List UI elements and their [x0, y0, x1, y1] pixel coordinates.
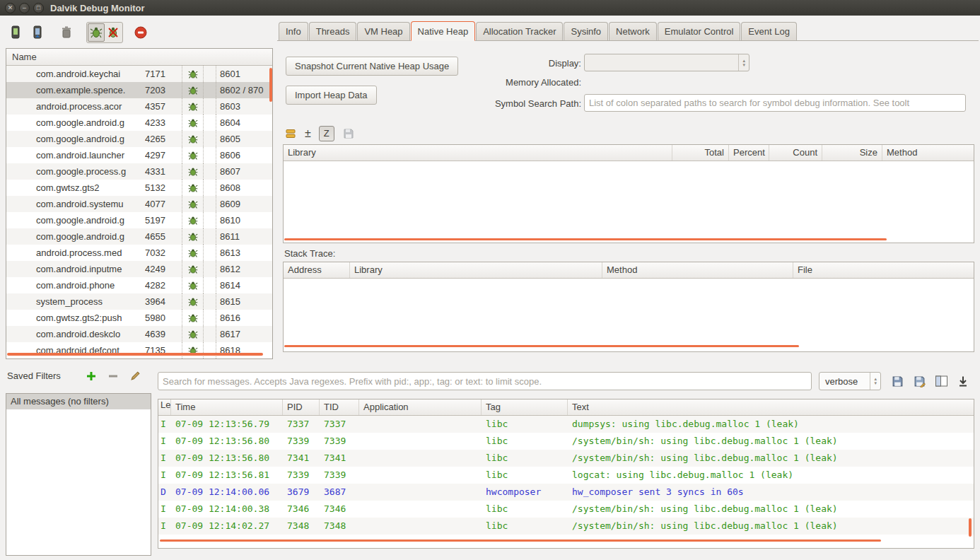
log-row[interactable]: I 07-09 12:13:56.81 7339 7339 libc logca…: [158, 467, 974, 484]
process-row[interactable]: com.example.spence. 7203 8602 / 870: [6, 82, 272, 98]
process-row[interactable]: com.android.systemu 4077 8609: [6, 196, 272, 212]
log-search-input[interactable]: [158, 372, 812, 390]
tab-label: Allocation Tracker: [483, 26, 556, 37]
export-log-icon[interactable]: [911, 374, 927, 388]
edit-filter-icon[interactable]: [130, 371, 141, 381]
minimize-button[interactable]: –: [19, 3, 30, 13]
trash-icon[interactable]: [58, 23, 75, 42]
dump-hprof-icon[interactable]: [29, 23, 46, 42]
log-text-cell: /system/bin/sh: using libc.debug.malloc …: [568, 433, 974, 450]
log-table-header[interactable]: Le Time PID TID Application Tag Text: [158, 399, 974, 416]
spacer-cell: [203, 310, 216, 326]
tab[interactable]: Native Heap: [411, 21, 476, 41]
debug-process-icon[interactable]: [7, 23, 24, 42]
saved-filters-list: All messages (no filters): [6, 393, 151, 556]
app-window: ✕ – □ Dalvik Debug Monitor: [0, 0, 980, 560]
process-pid-cell: 7203: [145, 82, 182, 98]
maximize-button[interactable]: □: [33, 3, 44, 13]
tab[interactable]: Sysinfo: [564, 22, 608, 40]
log-level-dropdown[interactable]: verbose ▴▾: [819, 372, 881, 390]
display-dropdown[interactable]: ▴▾: [584, 54, 749, 71]
device-horizontal-scrollbar[interactable]: [7, 353, 263, 356]
log-row[interactable]: I 07-09 12:14:02.27 7348 7348 libc /syst…: [158, 518, 974, 535]
process-row[interactable]: com.android.launcher 4297 8606: [6, 147, 272, 163]
process-row[interactable]: com.google.android.g 4265 8605: [6, 131, 272, 147]
process-row[interactable]: com.android.keychai 7171 8601: [6, 66, 272, 82]
titlebar: ✕ – □ Dalvik Debug Monitor: [0, 0, 980, 16]
spacer-cell: [203, 163, 216, 180]
tab[interactable]: VM Heap: [357, 22, 409, 40]
process-row[interactable]: com.android.phone 4282 8614: [6, 277, 272, 293]
library-table-header[interactable]: Library Total Percent Count Size Method: [284, 145, 974, 161]
log-row[interactable]: I 07-09 12:13:56.80 7341 7341 libc /syst…: [158, 450, 974, 467]
log-row[interactable]: I 07-09 12:13:56.80 7339 7339 libc /syst…: [158, 433, 974, 450]
zygote-toggle-button[interactable]: Z: [319, 126, 334, 141]
column-header-percent: Percent: [729, 145, 769, 161]
log-row[interactable]: I 07-09 12:13:56.79 7337 7337 libc dumps…: [158, 416, 974, 433]
process-row[interactable]: com.google.process.g 4331 8607: [6, 163, 272, 180]
process-pid-cell: 4265: [145, 131, 182, 147]
update-heap-icon[interactable]: [88, 23, 105, 42]
log-pid-cell: 7337: [283, 416, 320, 433]
logcat-panel: Saved Filters All messages (no filters) …: [0, 362, 980, 560]
filter-item-all-messages[interactable]: All messages (no filters): [6, 394, 151, 409]
process-name-cell: com.android.defcont: [6, 342, 145, 358]
library-group-icon[interactable]: [284, 124, 297, 143]
log-level-cell: D: [158, 484, 171, 501]
tab[interactable]: Info: [279, 22, 308, 40]
process-name-cell: com.android.launcher: [6, 147, 145, 163]
tab[interactable]: Event Log: [741, 22, 797, 40]
tab-label: Threads: [316, 26, 350, 37]
symbol-search-input[interactable]: [584, 94, 966, 112]
process-row[interactable]: com.google.android.g 4233 8604: [6, 115, 272, 131]
save-log-icon[interactable]: [889, 374, 905, 388]
process-row[interactable]: android.process.acor 4357 8603: [6, 98, 272, 115]
log-application-cell: [359, 433, 482, 450]
process-row[interactable]: com.android.deskclo 4639 8617: [6, 326, 272, 342]
close-button[interactable]: ✕: [5, 3, 16, 13]
log-text-cell: /system/bin/sh: using libc.debug.malloc …: [568, 450, 974, 467]
process-row[interactable]: com.google.android.g 4655 8611: [6, 228, 272, 245]
log-vertical-scrollbar[interactable]: [969, 518, 972, 537]
process-port-cell: 8610: [216, 212, 272, 228]
toggle-filters-pane-icon[interactable]: [933, 374, 949, 388]
add-filter-icon[interactable]: [86, 371, 96, 381]
tab[interactable]: Threads: [309, 22, 357, 40]
debug-status-icon: [182, 131, 203, 147]
log-tag-cell: libc: [482, 450, 568, 467]
library-horizontal-scrollbar[interactable]: [284, 238, 887, 240]
process-row[interactable]: com.gwtsz.gts2:push 5980 8616: [6, 310, 272, 326]
log-pid-cell: 7339: [283, 433, 320, 450]
process-table-header[interactable]: Name: [6, 49, 272, 66]
stop-process-icon[interactable]: [132, 23, 149, 42]
column-header-text: Text: [568, 399, 974, 415]
debug-status-icon: [182, 293, 203, 310]
process-name-cell: com.google.android.g: [6, 131, 145, 147]
tab[interactable]: Network: [609, 22, 657, 40]
heap-diff-icon[interactable]: ±: [305, 127, 311, 140]
device-vertical-scrollbar[interactable]: [269, 68, 272, 102]
import-heap-button[interactable]: Import Heap Data: [286, 86, 377, 105]
scroll-lock-icon[interactable]: [955, 374, 971, 388]
log-level-cell: I: [158, 450, 171, 467]
process-row[interactable]: com.gwtsz.gts2 5132 8608: [6, 180, 272, 196]
process-row[interactable]: com.google.android.g 5197 8610: [6, 212, 272, 228]
stack-table-header[interactable]: Address Library Method File: [284, 262, 974, 279]
tab[interactable]: Allocation Tracker: [476, 22, 563, 40]
process-pid-cell: 7032: [145, 245, 182, 261]
stack-horizontal-scrollbar[interactable]: [284, 345, 799, 347]
remove-filter-icon[interactable]: [108, 371, 118, 381]
log-horizontal-scrollbar[interactable]: [160, 539, 881, 542]
log-tid-cell: 7341: [320, 450, 359, 467]
process-row[interactable]: com.android.inputme 4249 8612: [6, 261, 272, 277]
log-row[interactable]: D 07-09 12:14:00.06 3679 3687 hwcomposer…: [158, 484, 974, 501]
log-level-value: verbose: [825, 376, 858, 387]
process-row[interactable]: system_process 3964 8615: [6, 293, 272, 310]
column-header-pid: PID: [283, 399, 320, 415]
update-threads-icon[interactable]: [105, 23, 122, 42]
process-row[interactable]: android.process.med 7032 8613: [6, 245, 272, 261]
save-heap-icon[interactable]: [342, 124, 355, 143]
process-row[interactable]: com.android.defcont 7135 8618: [6, 342, 272, 358]
log-row[interactable]: I 07-09 12:14:00.38 7346 7346 libc /syst…: [158, 501, 974, 518]
tab[interactable]: Emulator Control: [658, 22, 741, 40]
